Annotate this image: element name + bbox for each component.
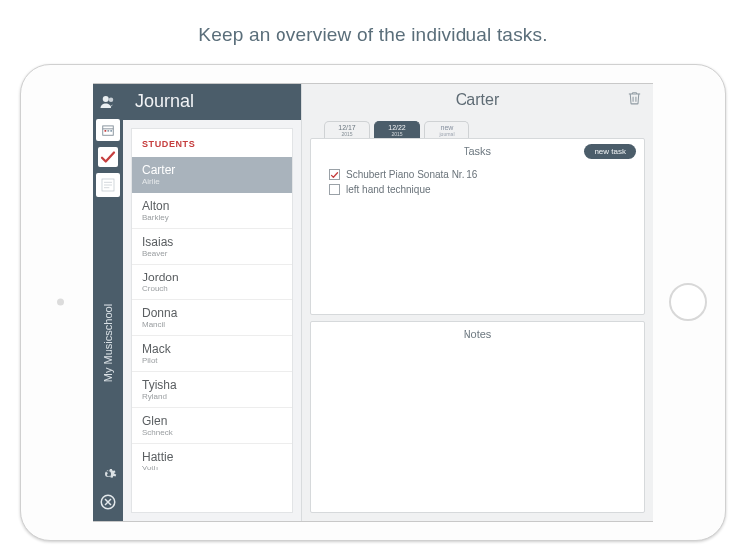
student-last: Mancil bbox=[142, 320, 282, 329]
journal-thumbnail-icon[interactable] bbox=[96, 173, 120, 197]
student-first: Jordon bbox=[142, 271, 282, 284]
student-first: Hattie bbox=[142, 450, 282, 464]
student-first: Glen bbox=[142, 414, 282, 428]
date-tab-2[interactable]: 12/22 2015 bbox=[374, 121, 420, 138]
task-label: left hand technique bbox=[346, 184, 431, 195]
tasks-title: Tasks bbox=[464, 145, 491, 157]
calendar-icon[interactable] bbox=[96, 119, 120, 141]
student-first: Alton bbox=[142, 199, 282, 213]
student-item-mack[interactable]: Mack Pilot bbox=[132, 336, 292, 372]
ipad-frame: My Musicschool Journal STUDENTS bbox=[20, 64, 726, 541]
date-tab-label: new bbox=[441, 124, 454, 131]
student-last: Crouch bbox=[142, 284, 282, 293]
camera-dot bbox=[57, 299, 64, 306]
notes-title: Notes bbox=[311, 322, 644, 346]
journal-column: Journal STUDENTS Carter Airlie Alton Bar… bbox=[123, 84, 302, 521]
detail-column: Carter 12/17 2015 12/22 2015 ne bbox=[302, 84, 653, 521]
home-button[interactable] bbox=[669, 283, 707, 321]
task-row[interactable]: left hand technique bbox=[329, 182, 626, 197]
date-tab-new[interactable]: new journal bbox=[424, 121, 469, 138]
left-rail: My Musicschool bbox=[93, 84, 123, 521]
date-tab-year: journal bbox=[431, 131, 463, 137]
student-item-tyisha[interactable]: Tyisha Ryland bbox=[132, 372, 292, 408]
svg-rect-6 bbox=[110, 130, 112, 132]
student-first: Tyisha bbox=[142, 378, 282, 392]
students-panel: STUDENTS Carter Airlie Alton Barkley Isa… bbox=[131, 128, 293, 513]
student-list: Carter Airlie Alton Barkley Isaias Beave… bbox=[132, 157, 292, 512]
task-checkbox-checked[interactable] bbox=[329, 169, 340, 180]
detail-student-name: Carter bbox=[456, 92, 499, 109]
close-icon[interactable] bbox=[99, 493, 117, 515]
journal-header: Journal bbox=[123, 84, 301, 120]
tagline: Keep an overview of the individual tasks… bbox=[198, 24, 547, 46]
task-label: Schubert Piano Sonata Nr. 16 bbox=[346, 169, 477, 180]
student-last: Barkley bbox=[142, 213, 282, 222]
date-tabs: 12/17 2015 12/22 2015 new journal bbox=[302, 118, 653, 138]
student-first: Isaias bbox=[142, 235, 282, 249]
svg-point-0 bbox=[103, 96, 109, 102]
trash-icon[interactable] bbox=[626, 90, 643, 110]
student-item-donna[interactable]: Donna Mancil bbox=[132, 300, 292, 336]
task-checkbox-unchecked[interactable] bbox=[329, 184, 340, 195]
new-task-button[interactable]: new task bbox=[584, 144, 636, 159]
notes-card[interactable]: Notes bbox=[310, 321, 645, 513]
student-item-alton[interactable]: Alton Barkley bbox=[132, 193, 292, 229]
date-tab-1[interactable]: 12/17 2015 bbox=[324, 121, 370, 138]
student-item-jordon[interactable]: Jordon Crouch bbox=[132, 265, 292, 300]
checkbox-icon[interactable] bbox=[98, 147, 118, 167]
svg-rect-4 bbox=[105, 130, 107, 132]
student-last: Airlie bbox=[142, 177, 282, 186]
detail-header: Carter bbox=[302, 84, 653, 117]
task-row[interactable]: Schubert Piano Sonata Nr. 16 bbox=[329, 167, 626, 182]
students-section-label: STUDENTS bbox=[132, 129, 292, 157]
date-tab-year: 2015 bbox=[331, 131, 363, 137]
tasks-card-header: Tasks new task bbox=[311, 139, 644, 161]
student-item-hattie[interactable]: Hattie Voth bbox=[132, 444, 292, 478]
task-list: Schubert Piano Sonata Nr. 16 left hand t… bbox=[311, 161, 644, 203]
student-last: Pilot bbox=[142, 356, 282, 365]
gear-icon[interactable] bbox=[99, 466, 117, 487]
date-tab-year: 2015 bbox=[381, 131, 413, 137]
people-icon[interactable] bbox=[96, 92, 120, 113]
svg-rect-5 bbox=[107, 130, 109, 132]
student-item-carter[interactable]: Carter Airlie bbox=[132, 157, 292, 193]
student-last: Beaver bbox=[142, 249, 282, 258]
app-screen: My Musicschool Journal STUDENTS bbox=[93, 83, 653, 522]
student-first: Donna bbox=[142, 306, 282, 320]
student-item-isaias[interactable]: Isaias Beaver bbox=[132, 229, 292, 265]
student-first: Carter bbox=[142, 163, 282, 177]
date-tab-label: 12/22 bbox=[388, 124, 406, 131]
brand-label: My Musicschool bbox=[102, 304, 114, 382]
svg-point-1 bbox=[109, 98, 114, 103]
tasks-card: Tasks new task Schubert Piano Sonata Nr.… bbox=[310, 138, 645, 315]
student-first: Mack bbox=[142, 342, 282, 356]
student-last: Ryland bbox=[142, 392, 282, 401]
student-item-glen[interactable]: Glen Schneck bbox=[132, 408, 292, 444]
student-last: Voth bbox=[142, 464, 282, 472]
date-tab-label: 12/17 bbox=[338, 124, 356, 131]
student-last: Schneck bbox=[142, 428, 282, 437]
